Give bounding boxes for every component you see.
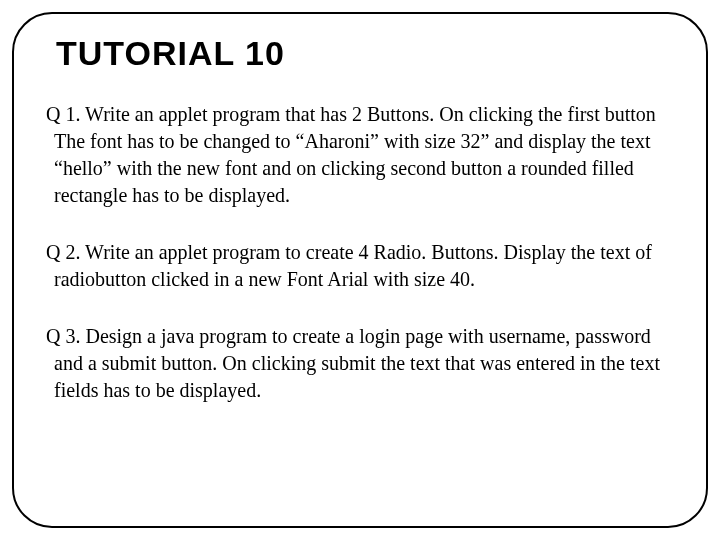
question-1: Q 1. Write an applet program that has 2 … <box>46 101 674 209</box>
question-2: Q 2. Write an applet program to create 4… <box>46 239 674 293</box>
question-3: Q 3. Design a java program to create a l… <box>46 323 674 404</box>
slide-frame: TUTORIAL 10 Q 1. Write an applet program… <box>12 12 708 528</box>
page-title: TUTORIAL 10 <box>56 34 674 73</box>
